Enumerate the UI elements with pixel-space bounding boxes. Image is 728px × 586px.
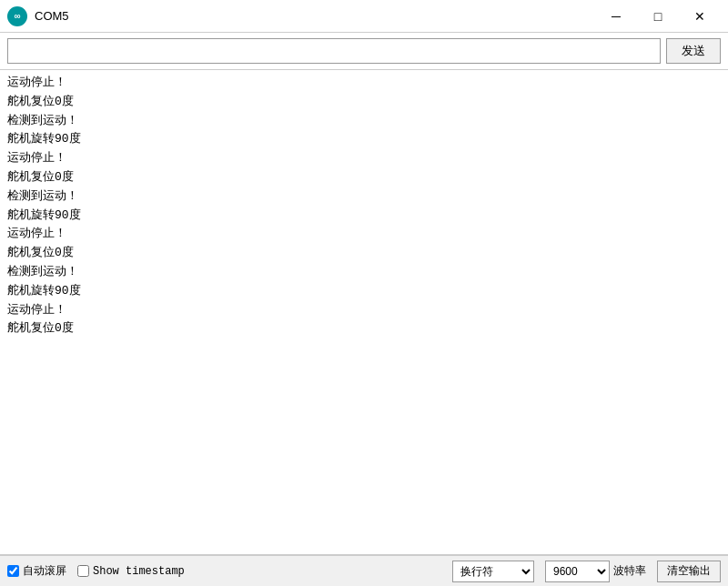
line-ending-group: 换行符无行尾回车符回车加换行	[452, 561, 534, 582]
console-line: 舵机旋转90度	[7, 130, 721, 149]
line-ending-dropdown[interactable]: 换行符无行尾回车符回车加换行	[452, 561, 534, 582]
baud-rate-label: 波特率	[613, 563, 646, 579]
console-line: 运动停止！	[7, 74, 721, 93]
auto-scroll-group: 自动滚屏	[7, 563, 66, 579]
window-controls: ─ □ ✕	[595, 0, 721, 33]
window-title: COM5	[35, 9, 595, 23]
console-line: 舵机旋转90度	[7, 282, 721, 301]
console-line: 舵机复位0度	[7, 319, 721, 338]
console-area: 运动停止！舵机复位0度检测到运动！舵机旋转90度运动停止！舵机复位0度检测到运动…	[0, 70, 728, 555]
console-line: 检测到运动！	[7, 263, 721, 282]
show-timestamp-checkbox[interactable]	[77, 565, 89, 577]
maximize-button[interactable]: □	[637, 0, 679, 33]
console-line: 舵机复位0度	[7, 168, 721, 187]
minimize-button[interactable]: ─	[595, 0, 637, 33]
close-button[interactable]: ✕	[679, 0, 721, 33]
console-line: 舵机复位0度	[7, 244, 721, 263]
input-row: 发送	[0, 33, 728, 70]
console-line: 检测到运动！	[7, 187, 721, 207]
app-icon: ∞	[7, 6, 27, 26]
timestamp-group: Show timestamp	[77, 565, 185, 578]
auto-scroll-label[interactable]: 自动滚屏	[23, 563, 66, 579]
baud-rate-group: 3001200240048009600192003840057600115200…	[545, 561, 646, 582]
status-bar: 自动滚屏 Show timestamp 换行符无行尾回车符回车加换行 30012…	[0, 555, 728, 586]
show-timestamp-label[interactable]: Show timestamp	[93, 565, 185, 578]
clear-output-button[interactable]: 清空输出	[657, 561, 721, 582]
auto-scroll-checkbox[interactable]	[7, 565, 19, 577]
console-line: 运动停止！	[7, 225, 721, 244]
console-line: 舵机复位0度	[7, 93, 721, 112]
console-line: 舵机旋转90度	[7, 207, 721, 226]
console-line: 运动停止！	[7, 301, 721, 320]
send-input[interactable]	[7, 38, 661, 64]
title-bar: ∞ COM5 ─ □ ✕	[0, 0, 728, 33]
baud-rate-dropdown[interactable]: 3001200240048009600192003840057600115200	[545, 561, 610, 582]
console-line: 检测到运动！	[7, 112, 721, 131]
send-button[interactable]: 发送	[666, 38, 721, 64]
arduino-logo: ∞	[7, 6, 27, 26]
console-line: 运动停止！	[7, 149, 721, 168]
